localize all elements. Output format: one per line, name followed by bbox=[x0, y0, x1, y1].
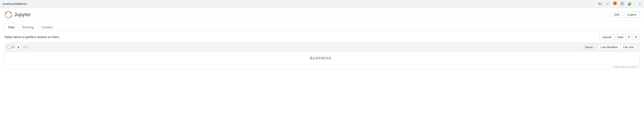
tab-clusters[interactable]: Clusters bbox=[38, 24, 56, 31]
new-button-group: New ▼ bbox=[615, 34, 632, 40]
main-content: Files Running Clusters Select items to p… bbox=[0, 21, 644, 71]
browser-url: localhost:8888/tree bbox=[3, 2, 27, 6]
folder-icon: 📁 bbox=[23, 46, 26, 49]
new-button[interactable]: New bbox=[616, 34, 626, 40]
sort-last-modified-button[interactable]: Last Modified bbox=[598, 44, 620, 50]
svg-point-11 bbox=[10, 12, 11, 13]
jupyter-logo: Jupyter bbox=[4, 11, 31, 19]
tab-running[interactable]: Running bbox=[19, 24, 38, 31]
upload-button[interactable]: Upload bbox=[600, 34, 614, 40]
file-count-badge: 0 bbox=[11, 46, 15, 49]
browser-divider bbox=[635, 2, 635, 6]
extensions-icon[interactable]: ☆ bbox=[638, 2, 641, 6]
empty-message: 笔记本列表为空。 bbox=[5, 52, 639, 65]
quit-button[interactable]: Quit bbox=[611, 11, 623, 18]
jupyter-header: Jupyter Quit Logout bbox=[0, 8, 644, 21]
toolbar-right: Upload New ▼ ↻ bbox=[600, 34, 640, 40]
tabs-bar: Files Running Clusters bbox=[4, 24, 640, 31]
tab-files[interactable]: Files bbox=[4, 24, 19, 31]
select-all-checkbox[interactable] bbox=[7, 46, 10, 49]
browser-icons: Aᲆ ☆+ 🧩 ☆ bbox=[598, 1, 641, 7]
footer-watermark: CSDN @fengoPd2020 bbox=[5, 65, 639, 68]
sort-file-size-button[interactable]: File size bbox=[620, 44, 637, 50]
svg-point-10 bbox=[6, 12, 7, 14]
jupyter-logo-svg bbox=[4, 11, 12, 19]
new-dropdown-arrow[interactable]: ▼ bbox=[626, 34, 632, 40]
select-all-area: 0 ▼ bbox=[7, 45, 21, 49]
sort-name-button[interactable]: Name ↓ bbox=[582, 44, 598, 50]
font-size-icon[interactable]: Aᲆ bbox=[598, 2, 602, 6]
count-dropdown-button[interactable]: ▼ bbox=[16, 45, 21, 49]
svg-point-12 bbox=[10, 16, 11, 17]
file-list-header-left: 0 ▼ 📁 / bbox=[7, 45, 582, 49]
svg-point-4 bbox=[622, 3, 623, 4]
toolbar-row: Select items to perform actions on them.… bbox=[4, 34, 640, 40]
folder-path[interactable]: 📁 / bbox=[23, 46, 28, 49]
refresh-button[interactable]: ↻ bbox=[633, 34, 640, 40]
wheel-icon[interactable] bbox=[620, 2, 624, 6]
header-buttons: Quit Logout bbox=[611, 11, 640, 18]
browser-bar: localhost:8888/tree Aᲆ ☆+ 🧩 ☆ bbox=[0, 0, 644, 8]
puzzle-icon[interactable]: 🧩 bbox=[627, 2, 632, 6]
file-list-header-right: Name ↓ Last Modified File size bbox=[582, 44, 637, 50]
file-list-header: 0 ▼ 📁 / Name ↓ Last Modified File size bbox=[5, 42, 639, 52]
svg-point-2 bbox=[614, 3, 616, 4]
select-info-text: Select items to perform actions on them. bbox=[4, 35, 60, 39]
logout-button[interactable]: Logout bbox=[624, 11, 640, 18]
folder-path-text: / bbox=[28, 46, 28, 49]
bookmark-add-icon[interactable]: ☆+ bbox=[606, 2, 610, 6]
file-list-container: 0 ▼ 📁 / Name ↓ Last Modified File size 笔… bbox=[4, 42, 640, 69]
jupyter-title: Jupyter bbox=[14, 12, 31, 18]
firefox-icon[interactable] bbox=[613, 1, 617, 7]
